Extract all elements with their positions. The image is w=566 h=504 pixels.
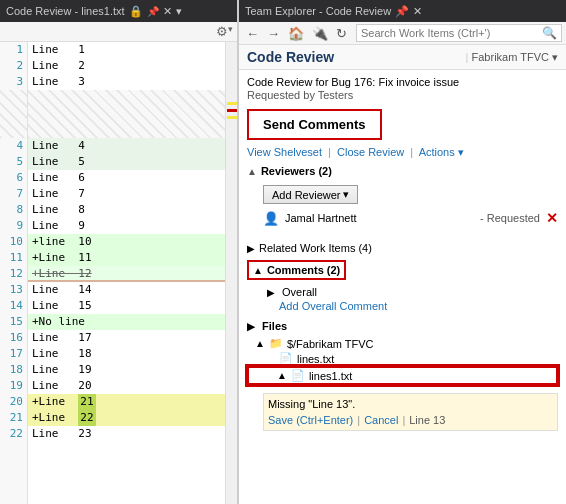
actions-arrow-icon[interactable]: ▾ [458, 146, 464, 158]
collapse-arrow[interactable]: ▲ [247, 166, 257, 177]
line-num: 1 [0, 42, 27, 58]
send-comments-button[interactable]: Send Comments [247, 109, 382, 140]
code-line[interactable]: Line 8 [28, 202, 225, 218]
code-line-added[interactable]: +line 10 [28, 234, 225, 250]
add-reviewer-dropdown-icon[interactable]: ▾ [343, 188, 349, 201]
related-expand-icon[interactable]: ▶ [247, 243, 255, 254]
code-line[interactable]: Line 18 [28, 346, 225, 362]
line-num: 3 [0, 74, 27, 90]
vertical-scrollbar[interactable] [225, 42, 237, 504]
file-tree: ▲ 📁 $/Fabrikam TFVC 📄 lines.txt ▲ 📄 line… [247, 336, 558, 385]
line-num: 7 [0, 186, 27, 202]
reviewer-status: - Requested [480, 212, 540, 224]
dropdown-arrow[interactable]: ▾ [552, 51, 558, 63]
code-line[interactable]: Line 19 [28, 362, 225, 378]
reviewers-header: ▲ Reviewers (2) [247, 165, 558, 177]
overall-label: Overall [282, 286, 317, 298]
connect-button[interactable]: 🔌 [309, 25, 331, 42]
scroll-marker-red [227, 109, 237, 112]
folder-expand-icon[interactable]: ▲ [255, 338, 265, 349]
file-expand-lines1[interactable]: ▲ [277, 370, 287, 381]
toolbar-dropdown-icon[interactable]: ▾ [228, 24, 233, 39]
reviewers-section: ▲ Reviewers (2) Add Reviewer ▾ 👤 Jamal H… [247, 165, 558, 228]
view-shelveset-link[interactable]: View Shelveset [247, 146, 322, 158]
line-num: 13 [0, 282, 27, 298]
code-line[interactable]: Line 2 [28, 58, 225, 74]
code-line-added-yellow[interactable]: +Line 21 [28, 394, 225, 410]
code-line[interactable]: Line 1 [28, 42, 225, 58]
files-expand-icon[interactable]: ▶ [247, 321, 255, 332]
code-line[interactable]: Line 3 [28, 74, 225, 90]
reviewer-name: Jamal Hartnett [285, 212, 474, 224]
refresh-button[interactable]: ↻ [333, 25, 350, 42]
code-line[interactable]: Line 20 [28, 378, 225, 394]
editor-close-icon[interactable]: ✕ [163, 5, 172, 18]
cr-header-bar: Code Review | Fabrikam TFVC ▾ [239, 45, 566, 70]
code-line-added[interactable]: +Line 11 [28, 250, 225, 266]
code-line[interactable]: Line 9 [28, 218, 225, 234]
code-line[interactable]: Line 23 [28, 426, 225, 442]
code-line[interactable]: Line 17 [28, 330, 225, 346]
line-num: 10 [0, 234, 27, 250]
related-header[interactable]: ▶ Related Work Items (4) [247, 240, 558, 256]
comment-text: Missing "Line 13". [268, 398, 553, 410]
line-reference: Line 13 [409, 414, 445, 426]
code-line-added-yellow[interactable]: +Line 22 [28, 410, 225, 426]
reviewer-remove-button[interactable]: ✕ [546, 210, 558, 226]
code-line[interactable]: Line 4 [28, 138, 225, 154]
code-review-content: Code Review | Fabrikam TFVC ▾ Code Revie… [239, 45, 566, 504]
file-icon-lines1: 📄 [291, 369, 305, 382]
comment-actions: Save (Ctrl+Enter) | Cancel | Line 13 [268, 414, 553, 426]
code-line-added[interactable]: +Line 12 [28, 266, 225, 282]
pin-icon[interactable]: 📌 [395, 5, 409, 18]
overall-expand-icon[interactable]: ▶ [267, 287, 275, 298]
line-num: 20 [0, 394, 27, 410]
files-section: ▶ Files ▲ 📁 $/Fabrikam TFVC 📄 lines.txt … [239, 316, 566, 389]
cancel-comment-link[interactable]: Cancel [364, 414, 398, 426]
search-input[interactable] [361, 27, 542, 39]
save-comment-link[interactable]: Save (Ctrl+Enter) [268, 414, 353, 426]
search-icon[interactable]: 🔍 [542, 26, 557, 40]
add-reviewer-button[interactable]: Add Reviewer ▾ [263, 185, 358, 204]
reviewers-label: Reviewers (2) [261, 165, 332, 177]
close-review-link[interactable]: Close Review [337, 146, 404, 158]
line-num: 12 [0, 266, 27, 282]
editor-content: 1 2 3 4 5 6 7 8 9 10 11 12 13 14 15 16 1… [0, 42, 237, 504]
editor-toolbar: ⚙ ▾ [0, 22, 237, 42]
file-item-lines1[interactable]: ▲ 📄 lines1.txt [247, 366, 558, 385]
gear-icon[interactable]: ⚙ [216, 24, 228, 39]
code-line[interactable]: Line 6 [28, 170, 225, 186]
te-close-icon[interactable]: ✕ [413, 5, 422, 18]
te-title: Team Explorer - Code Review [245, 5, 391, 17]
code-line[interactable]: Line 5 [28, 154, 225, 170]
code-line[interactable]: Line 7 [28, 186, 225, 202]
line-numbers: 1 2 3 4 5 6 7 8 9 10 11 12 13 14 15 16 1… [0, 42, 28, 504]
home-button[interactable]: 🏠 [285, 25, 307, 42]
folder-name: $/Fabrikam TFVC [287, 338, 374, 350]
comments-collapse-icon[interactable]: ▲ [253, 265, 263, 276]
line-num: 4 [0, 138, 27, 154]
line-num: 6 [0, 170, 27, 186]
code-line[interactable]: Line 15 [28, 298, 225, 314]
actions-link[interactable]: Actions [419, 146, 455, 158]
forward-button[interactable]: → [264, 25, 283, 42]
line-num: 5 [0, 154, 27, 170]
search-box[interactable]: 🔍 [356, 24, 562, 42]
file-item-lines[interactable]: 📄 lines.txt [247, 351, 558, 366]
comments-label: Comments (2) [267, 264, 340, 276]
te-window-controls: 📌 ✕ [395, 5, 422, 18]
files-header: ▶ Files [247, 320, 558, 332]
comments-header[interactable]: ▲ Comments (2) [247, 260, 346, 280]
related-label: Related Work Items (4) [259, 242, 372, 254]
team-explorer-titlebar: Team Explorer - Code Review 📌 ✕ [239, 0, 566, 22]
code-line-selected[interactable]: Line 14 [28, 282, 225, 298]
editor-overflow-icon[interactable]: ▾ [176, 5, 182, 18]
comment-content: Missing "Line 13". [268, 398, 355, 410]
editor-title: Code Review - lines1.txt [6, 5, 125, 17]
add-overall-comment-link[interactable]: Add Overall Comment [279, 300, 387, 312]
line-num: 21 [0, 410, 27, 426]
add-overall-comment[interactable]: Add Overall Comment [247, 300, 558, 312]
back-button[interactable]: ← [243, 25, 262, 42]
actions-dropdown[interactable]: Actions ▾ [419, 146, 464, 158]
code-line-added[interactable]: +No line [28, 314, 225, 330]
